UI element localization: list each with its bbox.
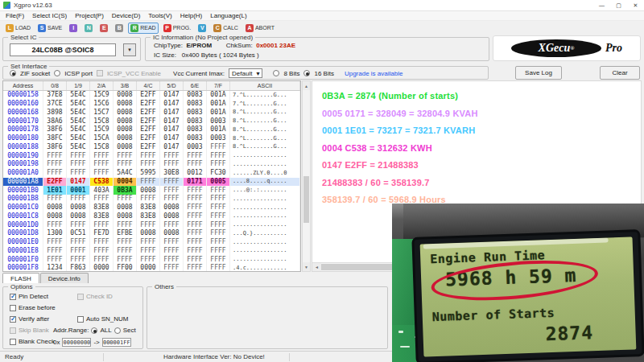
check-id-checkbox[interactable] xyxy=(77,294,84,300)
hex-cell[interactable]: FFFF xyxy=(160,220,184,229)
hex-cell[interactable]: FFFF xyxy=(207,195,230,204)
menu-help[interactable]: Help(H) xyxy=(176,12,207,19)
hex-row[interactable]: 000001E8FFFFFFFFFFFFFFFFFFFFFFFFFFFFFFFF… xyxy=(3,247,300,256)
hex-cell[interactable]: FFFF xyxy=(67,238,90,247)
hex-cell[interactable]: 0003 xyxy=(207,134,230,143)
hex-cell[interactable]: FFFF xyxy=(160,255,184,264)
zif-socket-radio[interactable] xyxy=(10,70,16,76)
hex-cell[interactable]: FFFF xyxy=(114,160,137,169)
hex-cell[interactable]: 38FC xyxy=(43,134,67,143)
hex-cell[interactable]: 15C9 xyxy=(90,91,114,100)
hex-cell[interactable]: 0005 xyxy=(207,178,230,187)
hex-cell[interactable]: 0083 xyxy=(184,91,207,100)
hex-cell[interactable]: 0083 xyxy=(184,100,207,109)
hex-cell[interactable]: FC30 xyxy=(207,169,230,178)
hex-cell[interactable]: 403A xyxy=(90,186,114,195)
prog-button[interactable]: PPROG. xyxy=(161,23,194,34)
hex-row[interactable]: 0000017838F65E4C15C90008E2FF01470083001A… xyxy=(3,125,300,134)
addr-range-sect-radio[interactable] xyxy=(114,327,121,334)
hex-cell[interactable]: 0008 xyxy=(114,143,137,152)
hex-row[interactable]: 000001B01E010001403A0B3A0008FFFFFFFFFFFF… xyxy=(3,186,300,195)
hex-cell[interactable]: FFFF xyxy=(184,160,207,169)
hex-cell[interactable]: FF00 xyxy=(114,264,137,272)
hex-row[interactable]: 000001D0FFFFFFFFFFFFFFFFFFFFFFFFFFFFFFFF… xyxy=(3,220,300,229)
hex-cell[interactable]: FFFF xyxy=(137,238,160,247)
hex-cell[interactable]: 0008 xyxy=(137,186,160,195)
hex-cell[interactable]: FFFF xyxy=(114,220,137,229)
hex-row[interactable]: 00000198FFFFFFFFFFFFFFFFFFFFFFFFFFFFFFFF… xyxy=(3,160,300,169)
hex-cell[interactable]: 0008 xyxy=(43,212,67,221)
hex-cell[interactable]: 83E8 xyxy=(90,204,114,212)
hex-cell[interactable]: FFFF xyxy=(67,160,90,169)
hex-cell[interactable]: FFFF xyxy=(184,186,207,195)
blank-check-checkbox[interactable] xyxy=(10,339,16,345)
hex-cell[interactable]: 0004 xyxy=(114,178,137,187)
hex-cell[interactable]: FFFF xyxy=(207,160,230,169)
hex-cell[interactable]: FFFF xyxy=(43,151,67,160)
hex-cell[interactable]: FFFF xyxy=(67,255,90,264)
hex-cell[interactable]: 38F6 xyxy=(43,143,67,152)
hex-cell[interactable]: 83E8 xyxy=(90,212,114,221)
bits16-radio[interactable] xyxy=(303,70,310,76)
menu-device[interactable]: Device(D) xyxy=(108,12,145,19)
hex-cell[interactable]: FFFF xyxy=(90,195,114,204)
hex-cell[interactable]: 1300 xyxy=(43,229,67,238)
hex-cell[interactable]: FFFF xyxy=(90,220,114,229)
hex-cell[interactable]: FFFF xyxy=(184,195,207,204)
hex-row[interactable]: 00000190FFFFFFFFFFFFFFFFFFFFFFFFFFFFFFFF… xyxy=(3,151,300,160)
hex-cell[interactable]: FFFF xyxy=(207,264,230,272)
hex-row[interactable]: 000001C80008000883E8000883E80008FFFFFFFF… xyxy=(3,212,300,221)
hex-cell[interactable]: 0C51 xyxy=(67,229,90,238)
hex-cell[interactable]: C538 xyxy=(90,178,114,187)
hex-row[interactable]: 000001B8FFFFFFFFFFFFFFFFFFFFFFFFFFFFFFFF… xyxy=(3,195,300,204)
hex-cell[interactable]: E2FF xyxy=(43,178,67,187)
hex-cell[interactable]: FFFF xyxy=(114,151,137,160)
hex-cell[interactable]: FFFF xyxy=(160,195,184,204)
hex-row[interactable]: 000001F81234F8630000FF000000FFFFFFFFFFFF… xyxy=(3,264,300,272)
scroll-down-icon[interactable]: ▼ xyxy=(303,262,310,271)
hex-cell[interactable]: 37E8 xyxy=(43,91,67,100)
hex-cell[interactable]: FFFF xyxy=(207,220,230,229)
hex-cell[interactable]: FFFF xyxy=(114,255,137,264)
hex-cell[interactable]: 15C8 xyxy=(90,117,114,125)
hex-cell[interactable]: 30E8 xyxy=(160,169,184,178)
hex-cell[interactable]: FFFF xyxy=(160,178,184,187)
menu-language[interactable]: Language(L) xyxy=(206,12,250,19)
blank-check-option[interactable]: Blank Check xyxy=(10,338,55,345)
hex-cell[interactable]: 0000 xyxy=(90,264,114,272)
addr-range-all-radio[interactable] xyxy=(91,327,97,334)
hex-cell[interactable]: 0008 xyxy=(67,204,90,212)
hex-cell[interactable]: FFFF xyxy=(43,247,67,256)
tab-flash[interactable]: FLASH xyxy=(2,273,39,283)
hex-cell[interactable]: 0008 xyxy=(67,212,90,221)
hex-cell[interactable]: E2FF xyxy=(137,91,160,100)
verify-after-option[interactable]: Verify after xyxy=(10,315,49,323)
hex-cell[interactable]: FFFF xyxy=(160,186,184,195)
hex-row[interactable]: 0000016838985E4C15C70008E2FF01470083001A… xyxy=(3,109,300,117)
scroll-left-icon[interactable]: ◄ xyxy=(312,263,321,271)
hex-cell[interactable]: FFFF xyxy=(207,238,230,247)
hex-cell[interactable]: EFBE xyxy=(114,229,137,238)
hex-cell[interactable]: FFFF xyxy=(160,264,184,272)
hex-cell[interactable]: 5E4C xyxy=(67,143,90,152)
hex-cell[interactable]: 0083 xyxy=(184,117,207,125)
hex-cell[interactable]: FFFF xyxy=(67,247,90,256)
hex-cell[interactable]: FFFF xyxy=(43,169,67,178)
hex-cell[interactable]: FFFF xyxy=(184,220,207,229)
selected-ic-field[interactable]: 24LC08B @SOIC8 xyxy=(10,43,116,56)
hex-cell[interactable]: FFFF xyxy=(67,220,90,229)
hex-cell[interactable]: FFFF xyxy=(67,195,90,204)
hex-cell[interactable]: FFFF xyxy=(160,247,184,256)
hex-cell[interactable]: 0083 xyxy=(184,125,207,134)
hex-cell[interactable]: FFFF xyxy=(137,220,160,229)
hex-cell[interactable]: FFFF xyxy=(90,238,114,247)
hex-cell[interactable]: 0147 xyxy=(160,134,184,143)
tab-device-info[interactable]: Device.Info xyxy=(40,273,89,283)
hex-cell[interactable]: 001A xyxy=(207,100,230,109)
hex-cell[interactable]: FFFF xyxy=(43,195,67,204)
hex-row[interactable]: 0000016037CE5E4C15C60008E2FF01470083001A… xyxy=(3,100,300,109)
skip-blank-option[interactable]: Skip Blank xyxy=(10,327,49,334)
icsp-port-radio[interactable] xyxy=(54,70,60,76)
hex-cell[interactable]: E2FF xyxy=(137,109,160,117)
hex-cell[interactable]: FFFF xyxy=(137,178,160,187)
